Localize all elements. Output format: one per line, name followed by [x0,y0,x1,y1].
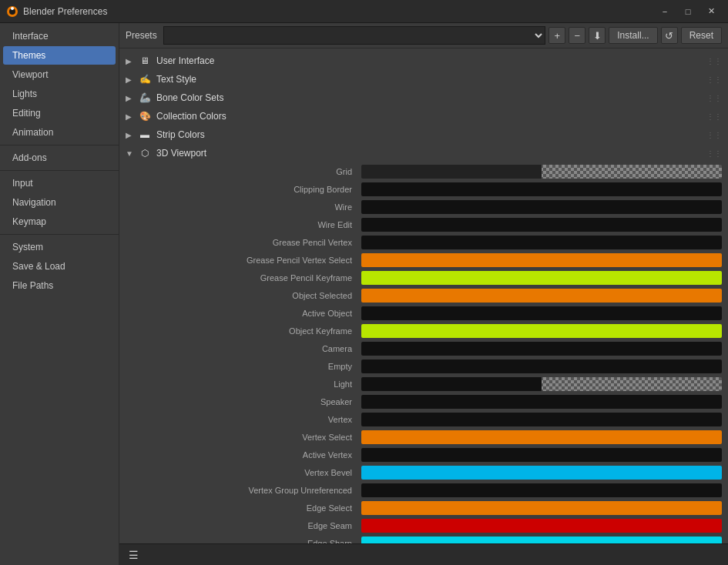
svg-point-2 [11,7,14,10]
sidebar-item-file-paths[interactable]: File Paths [3,276,116,295]
section-bone-color-sets[interactable]: ▶ 🦾 Bone Color Sets ⋮⋮ [119,89,728,107]
text-icon: ✍ [138,72,152,86]
presets-add-button[interactable]: + [549,27,565,44]
section-arrow-ui: ▶ [126,57,138,65]
viewport-icon: ⬡ [138,146,152,160]
swatch-clipping-border[interactable] [361,182,722,196]
section-title-viewport: 3D Viewport [156,148,706,159]
presets-install-button[interactable]: Install... [609,27,657,44]
color-rows-container: Grid Clipping Border Wire Wire Edit [119,163,728,543]
sidebar-item-system[interactable]: System [3,238,116,256]
swatch-empty[interactable] [361,359,722,373]
window-controls: − □ ✕ [654,3,722,20]
sidebar-item-editing[interactable]: Editing [3,104,116,122]
color-row-speaker: Speaker [119,393,722,410]
bone-icon: 🦾 [138,91,152,105]
label-speaker: Speaker [119,397,358,406]
swatch-active-vertex[interactable] [361,448,722,462]
color-row-camera: Camera [119,340,722,357]
window-title: Blender Preferences [23,6,654,17]
section-arrow-text: ▶ [126,75,138,84]
sidebar: Interface Themes Viewport Lights Editing… [0,23,119,565]
label-gp-keyframe: Grease Pencil Keyframe [119,273,358,282]
swatch-edge-seam[interactable] [361,519,722,533]
title-bar: Blender Preferences − □ ✕ [0,0,728,23]
section-dots-ui: ⋮⋮ [706,57,722,65]
swatch-gp-vertex-select[interactable] [361,253,722,267]
sidebar-item-themes[interactable]: Themes [3,46,116,65]
minimize-button[interactable]: − [654,3,676,20]
label-active-object: Active Object [119,309,358,318]
label-gp-vertex-select: Grease Pencil Vertex Select [119,256,358,265]
swatch-wire[interactable] [361,200,722,214]
sidebar-item-save-load[interactable]: Save & Load [3,257,116,276]
sidebar-divider-3 [0,234,119,235]
swatch-light[interactable] [361,377,722,391]
swatch-speaker[interactable] [361,395,722,409]
swatch-edge-sharp[interactable] [361,537,722,543]
swatch-object-keyframe[interactable] [361,324,722,338]
color-row-wire: Wire [119,199,722,216]
presets-download-button[interactable]: ⬇ [589,27,606,44]
presets-reset-button[interactable]: Reset [681,27,722,44]
swatch-vertex-select[interactable] [361,430,722,444]
color-row-edge-seam: Edge Seam [119,517,722,534]
color-row-vertex-bevel: Vertex Bevel [119,464,722,481]
label-vertex-bevel: Vertex Bevel [119,468,358,477]
swatch-vertex-group-unref[interactable] [361,483,722,497]
swatch-camera[interactable] [361,342,722,356]
swatch-vertex[interactable] [361,413,722,426]
swatch-object-selected[interactable] [361,289,722,303]
swatch-gp-vertex[interactable] [361,236,722,249]
color-row-object-keyframe: Object Keyframe [119,323,722,339]
section-title-text: Text Style [156,74,706,85]
presets-remove-button[interactable]: − [569,27,585,44]
swatch-edge-select[interactable] [361,501,722,515]
label-object-selected: Object Selected [119,291,358,300]
sidebar-item-lights[interactable]: Lights [3,85,116,103]
section-dots-strip: ⋮⋮ [706,131,722,139]
sidebar-divider-1 [0,145,119,145]
swatch-gp-keyframe[interactable] [361,271,722,285]
section-user-interface[interactable]: ▶ 🖥 User Interface ⋮⋮ [119,52,728,70]
content-area: Presets + − ⬇ Install... ↺ Reset ▶ 🖥 Use… [119,23,728,565]
sidebar-item-viewport[interactable]: Viewport [3,65,116,84]
color-row-wire-edit: Wire Edit [119,216,722,233]
presets-select[interactable] [163,26,546,45]
swatch-wire-edit[interactable] [361,218,722,232]
maximize-button[interactable]: □ [677,3,699,20]
section-text-style[interactable]: ▶ ✍ Text Style ⋮⋮ [119,70,728,89]
swatch-grid[interactable] [361,165,722,179]
sidebar-item-interface[interactable]: Interface [3,27,116,45]
section-dots-viewport: ⋮⋮ [706,149,722,158]
color-row-gp-vertex-select: Grease Pencil Vertex Select [119,252,722,269]
section-title-strip: Strip Colors [156,129,706,140]
section-dots-text: ⋮⋮ [706,75,722,84]
close-button[interactable]: ✕ [700,3,722,20]
label-wire-edit: Wire Edit [119,220,358,229]
color-row-clipping-border: Clipping Border [119,181,722,198]
main-container: Interface Themes Viewport Lights Editing… [0,23,728,565]
sidebar-item-input[interactable]: Input [3,174,116,192]
section-collection-colors[interactable]: ▶ 🎨 Collection Colors ⋮⋮ [119,107,728,125]
section-title-ui: User Interface [156,55,706,66]
swatch-active-object[interactable] [361,306,722,320]
section-3d-viewport[interactable]: ▼ ⬡ 3D Viewport ⋮⋮ [119,144,728,162]
hamburger-button[interactable]: ☰ [126,547,142,563]
app-icon [6,5,18,18]
sidebar-item-animation[interactable]: Animation [3,123,116,142]
color-row-gp-vertex: Grease Pencil Vertex [119,234,722,251]
color-row-edge-select: Edge Select [119,500,722,517]
color-row-vertex-group-unref: Vertex Group Unreferenced [119,482,722,499]
color-row-object-selected: Object Selected [119,287,722,304]
color-row-empty: Empty [119,358,722,375]
presets-bar: Presets + − ⬇ Install... ↺ Reset [119,23,728,48]
label-vertex-select: Vertex Select [119,433,358,442]
section-strip-colors[interactable]: ▶ ▬ Strip Colors ⋮⋮ [119,125,728,144]
sidebar-item-addons[interactable]: Add-ons [3,149,116,167]
scroll-area[interactable]: ▶ 🖥 User Interface ⋮⋮ ▶ ✍ Text Style ⋮⋮ … [119,48,728,543]
swatch-vertex-bevel[interactable] [361,466,722,480]
sidebar-item-navigation[interactable]: Navigation [3,193,116,212]
sidebar-item-keymap[interactable]: Keymap [3,212,116,231]
presets-undo-button[interactable]: ↺ [661,27,678,44]
